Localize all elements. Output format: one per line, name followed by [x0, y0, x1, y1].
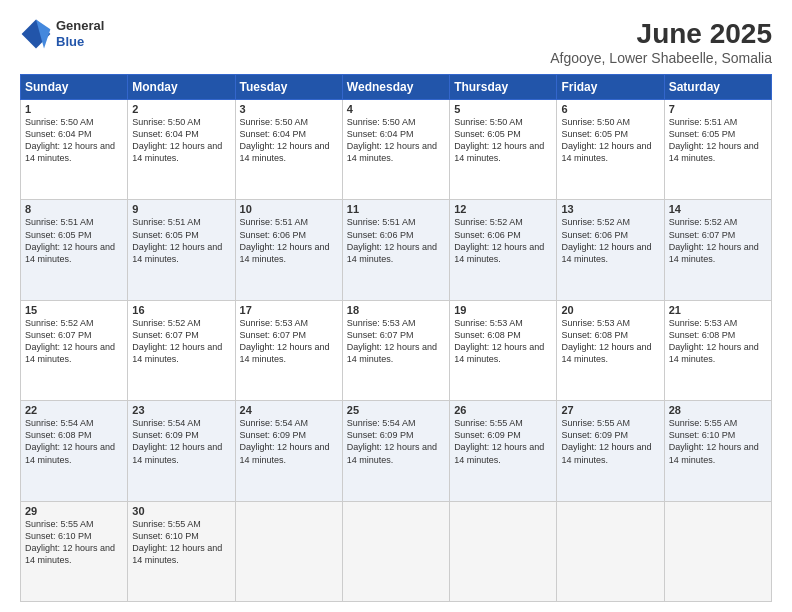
- logo-text: General Blue: [56, 18, 104, 49]
- day-info: Sunrise: 5:53 AMSunset: 6:08 PMDaylight:…: [561, 317, 659, 366]
- calendar-cell: 16Sunrise: 5:52 AMSunset: 6:07 PMDayligh…: [128, 300, 235, 400]
- day-info: Sunrise: 5:50 AMSunset: 6:04 PMDaylight:…: [132, 116, 230, 165]
- day-number: 15: [25, 304, 123, 316]
- page: General Blue June 2025 Afgooye, Lower Sh…: [0, 0, 792, 612]
- day-info: Sunrise: 5:55 AMSunset: 6:10 PMDaylight:…: [25, 518, 123, 567]
- calendar-cell: 28Sunrise: 5:55 AMSunset: 6:10 PMDayligh…: [664, 401, 771, 501]
- day-info: Sunrise: 5:53 AMSunset: 6:08 PMDaylight:…: [454, 317, 552, 366]
- day-info: Sunrise: 5:55 AMSunset: 6:10 PMDaylight:…: [669, 417, 767, 466]
- day-info: Sunrise: 5:51 AMSunset: 6:05 PMDaylight:…: [25, 216, 123, 265]
- calendar-cell: [235, 501, 342, 601]
- calendar-week-row: 15Sunrise: 5:52 AMSunset: 6:07 PMDayligh…: [21, 300, 772, 400]
- col-header-friday: Friday: [557, 75, 664, 100]
- calendar-cell: 6Sunrise: 5:50 AMSunset: 6:05 PMDaylight…: [557, 100, 664, 200]
- day-info: Sunrise: 5:54 AMSunset: 6:09 PMDaylight:…: [347, 417, 445, 466]
- calendar-cell: 20Sunrise: 5:53 AMSunset: 6:08 PMDayligh…: [557, 300, 664, 400]
- day-number: 19: [454, 304, 552, 316]
- day-number: 23: [132, 404, 230, 416]
- month-title: June 2025: [550, 18, 772, 50]
- calendar-week-row: 1Sunrise: 5:50 AMSunset: 6:04 PMDaylight…: [21, 100, 772, 200]
- day-info: Sunrise: 5:52 AMSunset: 6:07 PMDaylight:…: [25, 317, 123, 366]
- calendar-cell: 29Sunrise: 5:55 AMSunset: 6:10 PMDayligh…: [21, 501, 128, 601]
- day-info: Sunrise: 5:52 AMSunset: 6:06 PMDaylight:…: [561, 216, 659, 265]
- day-number: 3: [240, 103, 338, 115]
- day-info: Sunrise: 5:55 AMSunset: 6:09 PMDaylight:…: [561, 417, 659, 466]
- calendar-week-row: 29Sunrise: 5:55 AMSunset: 6:10 PMDayligh…: [21, 501, 772, 601]
- calendar-cell: 10Sunrise: 5:51 AMSunset: 6:06 PMDayligh…: [235, 200, 342, 300]
- calendar-cell: 21Sunrise: 5:53 AMSunset: 6:08 PMDayligh…: [664, 300, 771, 400]
- calendar-cell: 17Sunrise: 5:53 AMSunset: 6:07 PMDayligh…: [235, 300, 342, 400]
- logo-icon: [20, 18, 52, 50]
- day-number: 26: [454, 404, 552, 416]
- day-info: Sunrise: 5:52 AMSunset: 6:07 PMDaylight:…: [132, 317, 230, 366]
- logo-general: General: [56, 18, 104, 34]
- day-info: Sunrise: 5:55 AMSunset: 6:09 PMDaylight:…: [454, 417, 552, 466]
- calendar-cell: 1Sunrise: 5:50 AMSunset: 6:04 PMDaylight…: [21, 100, 128, 200]
- calendar-cell: 4Sunrise: 5:50 AMSunset: 6:04 PMDaylight…: [342, 100, 449, 200]
- calendar-cell: 5Sunrise: 5:50 AMSunset: 6:05 PMDaylight…: [450, 100, 557, 200]
- logo-blue: Blue: [56, 34, 104, 50]
- day-number: 22: [25, 404, 123, 416]
- col-header-tuesday: Tuesday: [235, 75, 342, 100]
- calendar-cell: [450, 501, 557, 601]
- calendar-cell: 22Sunrise: 5:54 AMSunset: 6:08 PMDayligh…: [21, 401, 128, 501]
- day-number: 17: [240, 304, 338, 316]
- calendar-cell: 9Sunrise: 5:51 AMSunset: 6:05 PMDaylight…: [128, 200, 235, 300]
- day-info: Sunrise: 5:54 AMSunset: 6:09 PMDaylight:…: [132, 417, 230, 466]
- day-number: 30: [132, 505, 230, 517]
- day-number: 29: [25, 505, 123, 517]
- calendar-cell: 23Sunrise: 5:54 AMSunset: 6:09 PMDayligh…: [128, 401, 235, 501]
- day-number: 21: [669, 304, 767, 316]
- calendar-cell: [557, 501, 664, 601]
- day-number: 11: [347, 203, 445, 215]
- day-info: Sunrise: 5:52 AMSunset: 6:06 PMDaylight:…: [454, 216, 552, 265]
- calendar-cell: 26Sunrise: 5:55 AMSunset: 6:09 PMDayligh…: [450, 401, 557, 501]
- calendar-cell: 18Sunrise: 5:53 AMSunset: 6:07 PMDayligh…: [342, 300, 449, 400]
- day-number: 14: [669, 203, 767, 215]
- calendar-cell: 3Sunrise: 5:50 AMSunset: 6:04 PMDaylight…: [235, 100, 342, 200]
- day-number: 8: [25, 203, 123, 215]
- day-info: Sunrise: 5:52 AMSunset: 6:07 PMDaylight:…: [669, 216, 767, 265]
- day-number: 1: [25, 103, 123, 115]
- calendar-cell: 12Sunrise: 5:52 AMSunset: 6:06 PMDayligh…: [450, 200, 557, 300]
- day-number: 10: [240, 203, 338, 215]
- day-number: 13: [561, 203, 659, 215]
- day-info: Sunrise: 5:54 AMSunset: 6:08 PMDaylight:…: [25, 417, 123, 466]
- day-info: Sunrise: 5:53 AMSunset: 6:08 PMDaylight:…: [669, 317, 767, 366]
- day-info: Sunrise: 5:50 AMSunset: 6:05 PMDaylight:…: [561, 116, 659, 165]
- calendar-cell: 24Sunrise: 5:54 AMSunset: 6:09 PMDayligh…: [235, 401, 342, 501]
- day-number: 2: [132, 103, 230, 115]
- header: General Blue June 2025 Afgooye, Lower Sh…: [20, 18, 772, 66]
- calendar-cell: 2Sunrise: 5:50 AMSunset: 6:04 PMDaylight…: [128, 100, 235, 200]
- day-number: 9: [132, 203, 230, 215]
- calendar-cell: [342, 501, 449, 601]
- day-number: 18: [347, 304, 445, 316]
- col-header-sunday: Sunday: [21, 75, 128, 100]
- calendar-cell: 8Sunrise: 5:51 AMSunset: 6:05 PMDaylight…: [21, 200, 128, 300]
- day-info: Sunrise: 5:51 AMSunset: 6:06 PMDaylight:…: [347, 216, 445, 265]
- col-header-monday: Monday: [128, 75, 235, 100]
- calendar-cell: 19Sunrise: 5:53 AMSunset: 6:08 PMDayligh…: [450, 300, 557, 400]
- col-header-saturday: Saturday: [664, 75, 771, 100]
- day-number: 16: [132, 304, 230, 316]
- day-info: Sunrise: 5:50 AMSunset: 6:05 PMDaylight:…: [454, 116, 552, 165]
- day-info: Sunrise: 5:53 AMSunset: 6:07 PMDaylight:…: [347, 317, 445, 366]
- calendar-cell: 15Sunrise: 5:52 AMSunset: 6:07 PMDayligh…: [21, 300, 128, 400]
- col-header-wednesday: Wednesday: [342, 75, 449, 100]
- day-number: 25: [347, 404, 445, 416]
- day-number: 7: [669, 103, 767, 115]
- day-number: 4: [347, 103, 445, 115]
- day-info: Sunrise: 5:54 AMSunset: 6:09 PMDaylight:…: [240, 417, 338, 466]
- calendar-table: SundayMondayTuesdayWednesdayThursdayFrid…: [20, 74, 772, 602]
- day-number: 28: [669, 404, 767, 416]
- day-number: 12: [454, 203, 552, 215]
- day-number: 24: [240, 404, 338, 416]
- day-info: Sunrise: 5:50 AMSunset: 6:04 PMDaylight:…: [25, 116, 123, 165]
- day-info: Sunrise: 5:51 AMSunset: 6:05 PMDaylight:…: [132, 216, 230, 265]
- calendar-cell: [664, 501, 771, 601]
- subtitle: Afgooye, Lower Shabeelle, Somalia: [550, 50, 772, 66]
- day-info: Sunrise: 5:50 AMSunset: 6:04 PMDaylight:…: [347, 116, 445, 165]
- day-info: Sunrise: 5:55 AMSunset: 6:10 PMDaylight:…: [132, 518, 230, 567]
- calendar-cell: 14Sunrise: 5:52 AMSunset: 6:07 PMDayligh…: [664, 200, 771, 300]
- calendar-cell: 13Sunrise: 5:52 AMSunset: 6:06 PMDayligh…: [557, 200, 664, 300]
